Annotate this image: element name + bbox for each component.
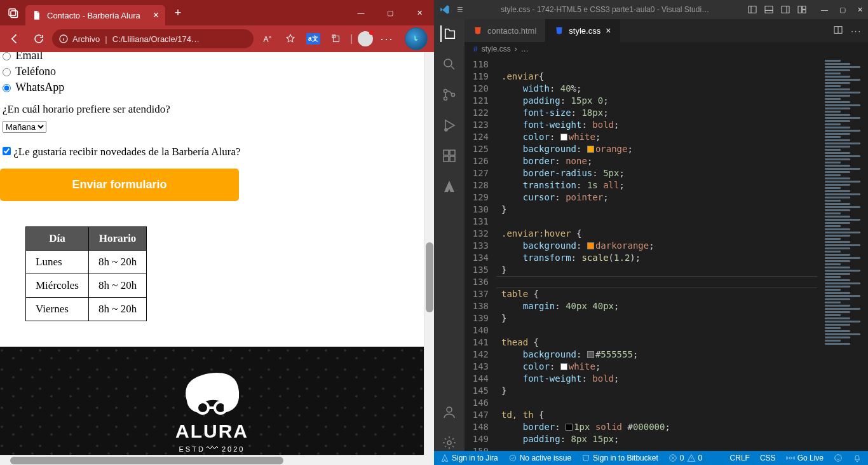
more-actions-icon[interactable]: ···	[851, 26, 862, 36]
refresh-button[interactable]	[28, 28, 50, 50]
status-feedback-icon[interactable]	[834, 454, 843, 462]
status-bar: Sign in to Jira No active issue Sign in …	[434, 451, 868, 465]
svg-point-22	[447, 407, 452, 412]
editor-tabs: contacto.html style.css × ···	[465, 19, 868, 42]
site-info-icon[interactable]: Archivo	[58, 34, 100, 44]
status-bell-icon[interactable]	[853, 454, 862, 462]
edge-toolbar: Archivo | C:/Lliliana/Oracle/174… A» a文 …	[0, 25, 434, 52]
page-scrollbar-horizontal[interactable]	[0, 455, 424, 465]
th-day: Día	[26, 227, 89, 251]
tab-style[interactable]: style.css ×	[546, 19, 620, 42]
new-tab-button[interactable]: +	[168, 6, 188, 20]
atlassian-icon[interactable]	[441, 178, 458, 195]
svg-point-5	[197, 402, 208, 413]
more-menu-icon[interactable]: ···	[378, 30, 396, 48]
settings-gear-icon[interactable]	[441, 434, 458, 451]
th-hours: Horario	[88, 227, 146, 251]
file-icon	[32, 10, 42, 20]
radio-email[interactable]: Email	[3, 52, 421, 62]
translate-icon[interactable]: a文	[304, 30, 322, 48]
svg-rect-20	[444, 156, 449, 162]
layout-controls	[747, 4, 807, 15]
status-golive[interactable]: Go Live	[786, 454, 824, 462]
split-editor-icon[interactable]	[833, 25, 843, 37]
extensions-icon[interactable]	[441, 148, 458, 164]
bing-chat-button[interactable]	[405, 27, 428, 50]
status-problems[interactable]: 0 0	[668, 454, 702, 462]
breadcrumbs[interactable]: # style.css › …	[465, 42, 868, 56]
address-bar[interactable]: Archivo | C:/Lliliana/Oracle/174…	[52, 29, 254, 48]
schedule-table: Día Horario Lunes8h ~ 20h Miércoles8h ~ …	[25, 226, 147, 321]
read-aloud-icon[interactable]: A»	[259, 30, 276, 48]
minimize-button[interactable]: —	[821, 6, 828, 14]
schedule-select[interactable]: Mañana	[3, 121, 46, 133]
close-tab-icon[interactable]: ×	[606, 25, 611, 36]
source-control-icon[interactable]	[441, 87, 458, 103]
status-jira[interactable]: Sign in to Jira	[440, 454, 498, 462]
minimize-button[interactable]: —	[346, 0, 376, 25]
edge-titlebar: Contacto - Barbería Alura × + — ▢ ✕	[0, 0, 434, 25]
activity-bar	[434, 19, 465, 451]
svg-point-13	[444, 59, 452, 67]
svg-rect-8	[765, 6, 773, 13]
editor-group: contacto.html style.css × ··· # style.cs…	[465, 19, 868, 451]
status-eol[interactable]: CRLF	[730, 454, 750, 462]
layout-sidebar-right-icon[interactable]	[780, 4, 790, 15]
close-tab-icon[interactable]: ×	[147, 10, 159, 21]
status-bitbucket[interactable]: Sign in to Bitbucket	[581, 454, 658, 462]
tab-actions-icon[interactable]	[0, 0, 25, 25]
newsletter-checkbox[interactable]: ¿Le gustaría recibir novedades de la Bar…	[3, 146, 421, 158]
toolbar-actions: A» a文 | ···	[256, 27, 430, 50]
layout-panel-bottom-icon[interactable]	[764, 4, 774, 15]
layout-customize-icon[interactable]	[797, 4, 807, 15]
svg-rect-21	[450, 156, 455, 162]
window-controls: — ▢ ✕	[346, 0, 434, 25]
table-row: Miércoles8h ~ 20h	[26, 274, 147, 298]
page-scrollbar-vertical[interactable]	[424, 52, 434, 465]
tab-contacto[interactable]: contacto.html	[465, 19, 546, 42]
svg-point-25	[510, 455, 515, 461]
line-gutter: 1181191201211221231241251261271281291301…	[465, 56, 496, 451]
menu-icon[interactable]: ≡	[457, 4, 463, 15]
profile-avatar-icon[interactable]	[358, 31, 373, 46]
radio-telefono[interactable]: Teléfono	[3, 65, 421, 78]
url-path: C:/Lliliana/Oracle/174…	[112, 34, 200, 44]
layout-sidebar-left-icon[interactable]	[747, 4, 757, 15]
page-footer: ALURA ESTD 〰 2020	[0, 347, 424, 455]
status-language[interactable]: CSS	[760, 454, 776, 462]
minimap[interactable]	[817, 56, 868, 451]
svg-rect-0	[9, 9, 16, 16]
accounts-icon[interactable]	[441, 404, 458, 420]
footer-logo: ALURA ESTD 〰 2020	[174, 366, 250, 455]
tab-title: Contacto - Barbería Alura	[47, 11, 140, 20]
table-row: Lunes8h ~ 20h	[26, 251, 147, 274]
maximize-button[interactable]: ▢	[376, 0, 405, 25]
browser-tab[interactable]: Contacto - Barbería Alura ×	[25, 5, 165, 25]
close-button[interactable]: ✕	[857, 6, 863, 14]
search-icon[interactable]	[441, 56, 458, 73]
favorite-icon[interactable]	[281, 30, 299, 48]
mustache-icon: 〰	[207, 442, 220, 455]
back-button[interactable]	[4, 28, 25, 50]
run-debug-icon[interactable]	[441, 117, 458, 134]
extension-icon[interactable]	[327, 30, 345, 48]
vscode-window: ≡ style.css - 1742-HTML5 e CSS3 parte1-a…	[434, 0, 868, 465]
submit-button[interactable]: Enviar formulario	[0, 169, 239, 201]
schedule-question: ¿En cuál horario prefiere ser atendido?	[3, 103, 424, 116]
svg-rect-11	[803, 6, 806, 10]
vscode-titlebar: ≡ style.css - 1742-HTML5 e CSS3 parte1-a…	[434, 0, 868, 19]
maximize-button[interactable]: ▢	[839, 6, 846, 14]
svg-point-28	[835, 455, 842, 462]
edge-browser-window: Contacto - Barbería Alura × + — ▢ ✕ Arch…	[0, 0, 434, 465]
status-issue[interactable]: No active issue	[508, 454, 571, 462]
svg-rect-12	[803, 10, 806, 13]
close-button[interactable]: ✕	[405, 0, 434, 25]
svg-point-14	[444, 90, 447, 93]
svg-rect-4	[332, 35, 336, 38]
svg-rect-9	[782, 6, 789, 13]
code-area[interactable]: .enviar{ width: 40%; padding: 15px 0; fo…	[496, 56, 817, 451]
url-scheme-label: Archivo	[72, 34, 100, 44]
svg-rect-19	[450, 150, 455, 155]
explorer-icon[interactable]	[440, 25, 457, 42]
radio-whatsapp[interactable]: WhatsApp	[3, 81, 421, 94]
